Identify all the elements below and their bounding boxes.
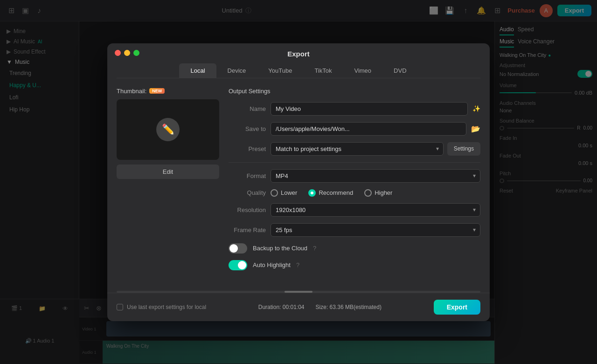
export-tabs: Local Device YouTube TikTok Vimeo DVD bbox=[117, 63, 480, 78]
footer-info: Duration: 00:01:04 Size: 63.36 MB(estima… bbox=[211, 304, 429, 310]
preset-wrapper: Match to project settings Settings bbox=[271, 142, 480, 156]
quality-row: Quality Lower Recommend Higher bbox=[229, 189, 480, 197]
close-button[interactable] bbox=[115, 50, 121, 56]
resolution-select[interactable]: 1920x1080 bbox=[271, 203, 480, 217]
quality-recommend-label: Recommend bbox=[319, 189, 353, 196]
preset-select[interactable]: Match to project settings bbox=[271, 142, 444, 156]
format-select-wrapper: MP4 bbox=[271, 169, 480, 183]
radio-recommend bbox=[308, 189, 316, 197]
format-row: Format MP4 bbox=[229, 169, 480, 183]
auto-highlight-row: Auto Highlight ? bbox=[229, 260, 480, 270]
duration-info: Duration: 00:01:04 bbox=[258, 304, 305, 310]
quality-lower-label: Lower bbox=[281, 189, 297, 196]
thumbnail-icon: ✏️ bbox=[156, 118, 180, 141]
modal-footer: Use last export settings for local Durat… bbox=[107, 293, 490, 321]
tab-youtube[interactable]: YouTube bbox=[257, 63, 303, 78]
resolution-row: Resolution 1920x1080 bbox=[229, 203, 480, 217]
export-final-button[interactable]: Export bbox=[434, 300, 480, 315]
format-select[interactable]: MP4 bbox=[271, 169, 480, 183]
name-label: Name bbox=[229, 105, 266, 112]
thumbnail-label: Thumbnail: NEW bbox=[117, 88, 219, 95]
radio-lower bbox=[271, 189, 278, 197]
last-settings-label: Use last export settings for local bbox=[127, 304, 206, 310]
last-settings-checkbox[interactable] bbox=[117, 304, 123, 310]
output-settings: Output Settings Name ✨ Save to 📂 Preset bbox=[229, 88, 480, 277]
frame-rate-select-wrapper: 25 fps bbox=[271, 223, 480, 237]
preset-row: Preset Match to project settings Setting… bbox=[229, 142, 480, 156]
quality-higher-label: Higher bbox=[375, 189, 392, 196]
resolution-label: Resolution bbox=[229, 206, 266, 213]
ai-name-button[interactable]: ✨ bbox=[472, 105, 480, 112]
backup-label: Backup to the Cloud bbox=[253, 245, 307, 252]
quality-higher[interactable]: Higher bbox=[364, 189, 392, 197]
auto-highlight-label: Auto Highlight bbox=[253, 261, 291, 268]
save-to-label: Save to bbox=[229, 125, 266, 132]
name-row: Name ✨ bbox=[229, 102, 480, 116]
quality-recommend[interactable]: Recommend bbox=[308, 189, 353, 197]
auto-highlight-toggle[interactable] bbox=[229, 260, 247, 270]
name-input[interactable] bbox=[271, 102, 468, 116]
modal-body: Thumbnail: NEW ✏️ Edit Output Settings N… bbox=[107, 78, 490, 286]
backup-row: Backup to the Cloud ? bbox=[229, 243, 480, 254]
frame-rate-label: Frame Rate bbox=[229, 227, 266, 234]
auto-highlight-help-icon[interactable]: ? bbox=[296, 261, 299, 268]
divider bbox=[229, 162, 480, 163]
save-to-row: Save to 📂 bbox=[229, 122, 480, 136]
preset-select-wrapper: Match to project settings bbox=[271, 142, 444, 156]
backup-toggle[interactable] bbox=[229, 243, 247, 254]
edit-thumbnail-button[interactable]: Edit bbox=[117, 165, 219, 179]
new-badge: NEW bbox=[149, 88, 165, 94]
folder-button[interactable]: 📂 bbox=[471, 124, 480, 133]
settings-button[interactable]: Settings bbox=[447, 142, 480, 156]
radio-higher bbox=[364, 189, 372, 197]
quality-label: Quality bbox=[229, 189, 266, 196]
minimize-button[interactable] bbox=[124, 50, 130, 56]
tab-tiktok[interactable]: TikTok bbox=[303, 63, 343, 78]
save-to-input[interactable] bbox=[271, 122, 466, 136]
quality-options: Lower Recommend Higher bbox=[271, 189, 480, 197]
export-modal: Export Local Device YouTube TikTok Vimeo… bbox=[107, 43, 490, 321]
frame-rate-select[interactable]: 25 fps bbox=[271, 223, 480, 237]
tab-device[interactable]: Device bbox=[216, 63, 257, 78]
window-controls bbox=[115, 50, 139, 56]
thumbnail-section: Thumbnail: NEW ✏️ Edit bbox=[117, 88, 219, 277]
tab-vimeo[interactable]: Vimeo bbox=[343, 63, 382, 78]
modal-overlay: Export Local Device YouTube TikTok Vimeo… bbox=[0, 0, 597, 364]
format-label: Format bbox=[229, 172, 266, 179]
output-title: Output Settings bbox=[229, 88, 480, 95]
thumbnail-preview: ✏️ bbox=[117, 99, 219, 160]
quality-lower[interactable]: Lower bbox=[271, 189, 297, 197]
last-settings-checkbox-wrap: Use last export settings for local bbox=[117, 304, 206, 310]
frame-rate-row: Frame Rate 25 fps bbox=[229, 223, 480, 237]
preset-label: Preset bbox=[229, 145, 266, 152]
size-info: Size: 63.36 MB(estimated) bbox=[316, 304, 382, 310]
backup-help-icon[interactable]: ? bbox=[313, 245, 316, 252]
maximize-button[interactable] bbox=[133, 50, 139, 56]
tab-dvd[interactable]: DVD bbox=[382, 63, 417, 78]
modal-title: Export bbox=[107, 43, 490, 58]
tab-local[interactable]: Local bbox=[179, 63, 216, 78]
resolution-select-wrapper: 1920x1080 bbox=[271, 203, 480, 217]
